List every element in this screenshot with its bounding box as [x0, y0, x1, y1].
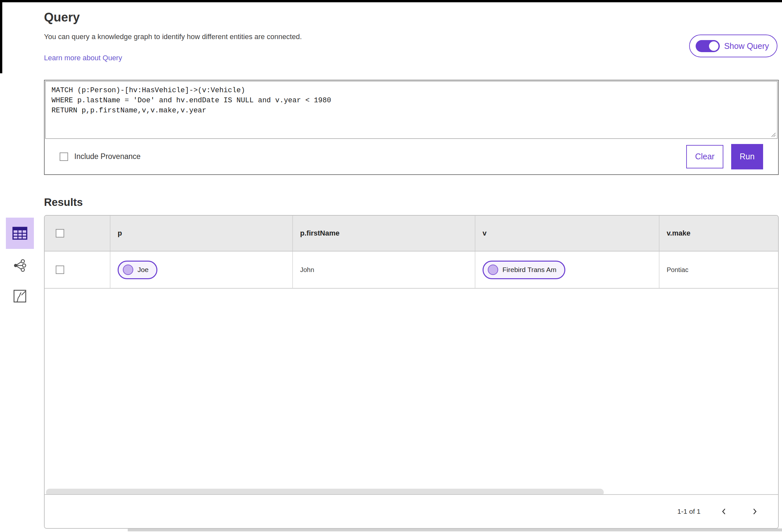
chevron-left-icon	[720, 507, 728, 516]
network-icon	[13, 258, 27, 273]
clear-button[interactable]: Clear	[686, 145, 723, 169]
header-select-cell	[45, 216, 110, 251]
include-provenance-control: Include Provenance	[60, 152, 140, 161]
entity-node-icon	[488, 264, 498, 275]
cell-p: Joe	[110, 251, 292, 288]
cell-v-make: Pontiac	[659, 251, 778, 288]
page-description: You can query a knowledge graph to ident…	[44, 33, 302, 41]
toggle-switch-icon	[696, 40, 720, 52]
table-view-button[interactable]	[6, 218, 34, 249]
show-query-toggle-label: Show Query	[724, 41, 769, 51]
column-header-v: v	[475, 216, 659, 251]
toggle-knob	[709, 41, 718, 51]
screenshot-top-edge	[0, 0, 782, 2]
row-select-checkbox[interactable]	[56, 265, 64, 274]
show-query-toggle[interactable]: Show Query	[689, 35, 777, 57]
query-panel: MATCH (p:Person)-[hv:HasVehicle]->(v:Veh…	[44, 80, 779, 175]
page-title: Query	[44, 10, 80, 25]
entity-chip-label: Joe	[138, 266, 149, 274]
entity-node-icon	[123, 264, 133, 275]
entity-chip-label: Firebird Trans Am	[502, 266, 557, 274]
column-header-p-firstname: p.firstName	[292, 216, 475, 251]
run-button[interactable]: Run	[731, 144, 763, 169]
results-heading: Results	[44, 196, 83, 209]
column-header-v-make: v.make	[659, 216, 778, 251]
textarea-resize-handle-icon[interactable]	[771, 132, 776, 138]
entity-chip-person[interactable]: Joe	[118, 261, 157, 279]
previous-page-button[interactable]	[717, 504, 731, 519]
pagination-range: 1-1 of 1	[677, 507, 701, 516]
query-page: Query You can query a knowledge graph to…	[44, 2, 779, 530]
include-provenance-label: Include Provenance	[74, 152, 140, 161]
results-view-switcher	[6, 218, 34, 308]
column-header-p: p	[110, 216, 292, 251]
table-icon	[12, 226, 28, 240]
results-table-header: p p.firstName v v.make	[45, 216, 778, 251]
graph-view-button[interactable]	[6, 254, 34, 277]
table-row: Joe John Firebird Trans Am Pontiac	[45, 251, 778, 289]
include-provenance-checkbox[interactable]	[60, 152, 68, 161]
select-all-checkbox[interactable]	[56, 229, 64, 238]
learn-more-link[interactable]: Learn more about Query	[44, 54, 122, 62]
query-buttons: Clear Run	[686, 144, 763, 169]
next-page-button[interactable]	[747, 504, 762, 519]
query-code-input[interactable]: MATCH (p:Person)-[hv:HasVehicle]->(v:Veh…	[45, 81, 777, 139]
chevron-right-icon	[751, 507, 758, 516]
screenshot-left-edge	[0, 0, 2, 73]
results-table: p p.firstName v v.make Joe John Firebird…	[44, 215, 779, 529]
query-panel-footer: Include Provenance Clear Run	[45, 139, 778, 174]
map-icon	[13, 289, 27, 303]
row-select-cell	[45, 251, 110, 288]
map-view-button[interactable]	[6, 285, 34, 308]
query-code-container: MATCH (p:Person)-[hv:HasVehicle]->(v:Veh…	[45, 81, 777, 139]
results-table-footer: 1-1 of 1	[45, 494, 778, 528]
entity-chip-vehicle[interactable]: Firebird Trans Am	[483, 261, 565, 279]
cell-p-firstname: John	[292, 251, 475, 288]
cell-v: Firebird Trans Am	[475, 251, 659, 288]
